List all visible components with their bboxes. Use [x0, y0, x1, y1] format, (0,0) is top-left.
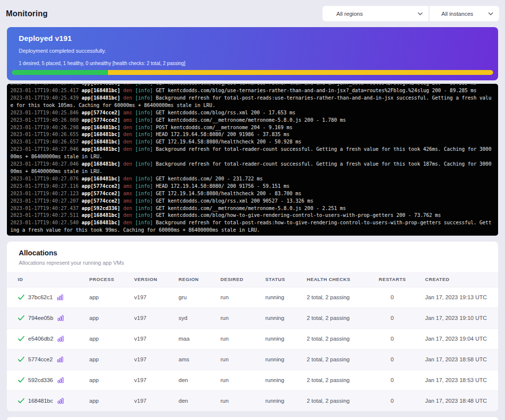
log-line: 2023-01-17T19:40:26.080 app[5774cce2] am… — [10, 117, 494, 124]
log-line: 2023-01-17T19:40:27.207 app[5774cce2] am… — [10, 198, 494, 205]
bar-chart-icon[interactable] — [58, 336, 64, 342]
allocation-id-link[interactable]: 37bc62c1 — [28, 294, 53, 300]
log-region: den — [123, 206, 132, 211]
version-cell: v197 — [134, 390, 179, 411]
log-level: [info] — [135, 88, 153, 93]
log-panel[interactable]: 2023-01-17T19:40:25.417 app[168481bc] de… — [7, 84, 498, 236]
process-cell: app — [89, 308, 134, 328]
allocation-id-link[interactable]: e5406db2 — [28, 336, 53, 342]
log-timestamp: 2023-01-17T19:40:27.123 — [10, 191, 78, 196]
log-source: app[5774cce2] — [82, 183, 120, 189]
log-region: ams — [123, 183, 132, 189]
log-level: [info] — [135, 139, 153, 144]
log-line: 2023-01-17T19:40:27.076 app[168481bc] de… — [10, 175, 494, 183]
allocation-id-link[interactable]: 592cd336 — [28, 377, 53, 383]
bar-chart-icon[interactable] — [58, 315, 64, 321]
log-source: app[168481bc] — [82, 176, 120, 181]
status-cell: running — [265, 390, 307, 411]
instance-filter-select[interactable]: All instances — [430, 6, 499, 21]
process-cell: app — [89, 370, 134, 390]
bar-chart-icon[interactable] — [58, 398, 64, 404]
status-cell: running — [265, 287, 307, 308]
bar-chart-icon[interactable] — [58, 377, 64, 383]
log-timestamp: 2023-01-17T19:40:27.511 — [10, 212, 78, 218]
process-cell: app — [89, 287, 134, 308]
log-source: app[168481bc] — [82, 132, 120, 137]
page-title: Monitoring — [6, 9, 48, 18]
process-cell: app — [89, 349, 134, 370]
version-cell: v197 — [134, 287, 179, 308]
table-row: 37bc62c1 app v197 gru run running 2 tota… — [7, 287, 498, 308]
desired-cell: run — [220, 390, 265, 411]
status-cell: running — [265, 308, 307, 328]
log-line: 2023-01-17T19:40:25.846 app[5774cce2] am… — [10, 109, 494, 117]
log-timestamp: 2023-01-17T19:40:26.298 — [10, 125, 78, 130]
deploy-banner-message: Deployment completed successfully. — [19, 48, 486, 54]
log-region: den — [123, 139, 132, 144]
restarts-cell: 0 — [379, 287, 425, 308]
log-level: [info] — [135, 84, 153, 86]
log-level: [info] — [135, 95, 153, 101]
log-region: ams — [123, 198, 132, 204]
created-cell: Jan 17, 2023 19:13 UTC — [425, 287, 498, 308]
check-icon — [18, 336, 25, 342]
bar-chart-icon[interactable] — [57, 294, 63, 300]
check-icon — [18, 315, 25, 321]
log-region: den — [123, 146, 132, 152]
deploy-banner-title: Deployed v191 — [19, 34, 486, 42]
log-level: [info] — [135, 117, 153, 123]
log-source: app[168481bc] — [82, 139, 120, 144]
allocation-id-link[interactable]: 794ee05b — [28, 315, 53, 321]
log-source: app[168481bc] — [82, 146, 120, 152]
log-message: GET 172.19.14.50:8080/healthcheck 200 - … — [156, 191, 301, 196]
log-region: den — [123, 161, 132, 167]
log-region: den — [123, 125, 132, 130]
log-timestamp: 2023-01-17T19:40:26.080 — [10, 117, 78, 123]
allocations-body: 37bc62c1 app v197 gru run running 2 tota… — [7, 287, 498, 411]
column-header: STATUS — [265, 272, 307, 287]
process-cell: app — [89, 328, 134, 349]
version-cell: v197 — [134, 308, 179, 328]
region-cell: maa — [179, 328, 220, 349]
log-source: app[5774cce2] — [82, 198, 120, 204]
allocation-id-link[interactable]: 168481bc — [28, 398, 53, 404]
log-source: app[168481bc] — [82, 212, 120, 218]
health-checks-cell: 2 total, 2 passing — [307, 328, 379, 349]
region-filter-select[interactable]: All regions — [323, 6, 429, 21]
log-level: [info] — [135, 220, 153, 225]
log-region: den — [123, 176, 132, 181]
version-cell: v197 — [134, 328, 179, 349]
desired-cell: run — [220, 370, 265, 390]
log-source: app[168481bc] — [82, 95, 120, 101]
allocation-id-link[interactable]: 5774cce2 — [28, 356, 53, 362]
log-message: GET kentcdodds.com/__metronome/metronome… — [156, 206, 346, 211]
health-checks-cell: 2 total, 2 passing — [307, 349, 379, 370]
bar-chart-icon[interactable] — [57, 356, 63, 362]
health-checks-cell: 2 total, 2 passing — [307, 390, 379, 411]
table-row: 168481bc app v197 den run running 2 tota… — [7, 390, 498, 411]
progress-healthy-segment — [12, 70, 108, 75]
table-row: 5774cce2 app v197 ams run running 2 tota… — [7, 349, 498, 370]
column-header: ID — [7, 272, 89, 287]
log-source: app[168481bc] — [82, 84, 120, 86]
log-level: [info] — [135, 132, 153, 137]
region-filter-value: All regions — [336, 11, 363, 17]
log-timestamp: 2023-01-17T19:40:27.046 — [10, 146, 78, 152]
desired-cell: run — [220, 328, 265, 349]
region-cell: den — [179, 390, 220, 411]
log-region: ams — [123, 117, 132, 123]
log-level: [info] — [135, 176, 153, 181]
log-level: [info] — [135, 146, 153, 152]
log-line: 2023-01-17T19:40:27.540 app[168481bc] de… — [10, 219, 494, 234]
log-message: GET kentcdodds.com/blog/rss.xml 200 9052… — [156, 198, 313, 204]
status-cell: running — [265, 349, 307, 370]
log-region: ams — [123, 110, 132, 115]
check-icon — [18, 294, 25, 300]
column-header: REGION — [179, 272, 220, 287]
chevron-down-icon — [488, 12, 493, 15]
top-bar: Monitoring All regions All instances — [0, 0, 505, 27]
log-timestamp: 2023-01-17T19:40:26.657 — [10, 139, 78, 144]
allocations-card: Allocations Allocations represent your r… — [7, 242, 498, 411]
version-cell: v197 — [134, 349, 179, 370]
log-region: den — [123, 212, 132, 218]
